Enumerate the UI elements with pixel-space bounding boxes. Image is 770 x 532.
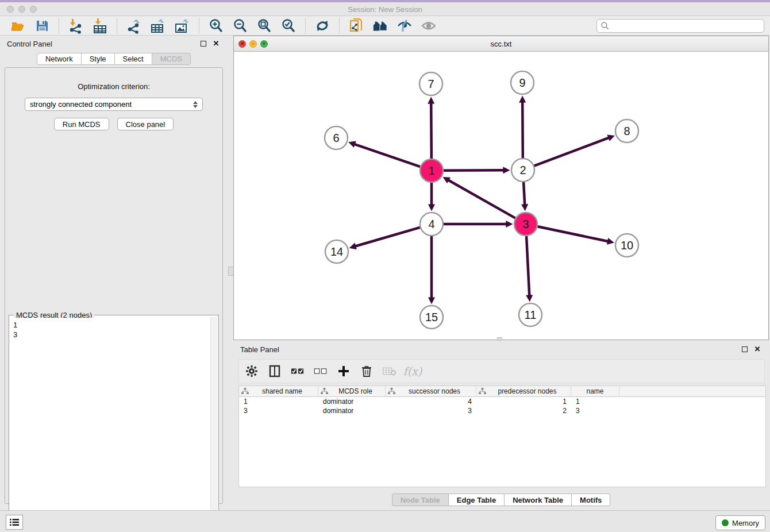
toolbar-separator	[59, 18, 59, 33]
node-label-6: 6	[333, 132, 339, 144]
node-label-15: 15	[425, 311, 438, 323]
tab-select[interactable]: Select	[114, 53, 152, 65]
column-header-name[interactable]: name	[571, 386, 619, 396]
memory-button[interactable]: Memory	[715, 515, 765, 530]
column-header-shared-name[interactable]: shared name	[239, 386, 318, 396]
toolbar-separator	[199, 18, 199, 33]
zoom-in-icon[interactable]	[208, 18, 224, 34]
search-field[interactable]	[596, 19, 764, 33]
show-panel-icon[interactable]	[421, 18, 437, 34]
import-network-icon[interactable]	[68, 18, 84, 34]
network-window-title: scc.txt	[234, 40, 768, 48]
edge-1-6[interactable]	[355, 144, 420, 167]
table-header-row: shared nameMCDS rolesuccessor nodesprede…	[239, 386, 765, 397]
toolbar-separator	[117, 18, 117, 33]
table-cell[interactable]: 3	[239, 407, 318, 415]
edge-2-3[interactable]	[523, 182, 525, 205]
float-panel-icon[interactable]	[199, 39, 208, 48]
table-row[interactable]: 1dominator411	[239, 397, 765, 406]
import-table-icon[interactable]	[92, 18, 108, 34]
zoom-fit-icon[interactable]	[256, 18, 272, 34]
tab-motifs[interactable]: Motifs	[571, 494, 610, 506]
save-session-icon[interactable]	[34, 18, 50, 34]
edge-3-10[interactable]	[538, 226, 608, 241]
network-maximize-icon[interactable]: +	[260, 40, 268, 48]
toolbar-separator	[305, 18, 306, 33]
apply-layout-icon[interactable]	[314, 18, 330, 34]
edge-1-2[interactable]	[444, 170, 503, 171]
float-panel-icon[interactable]	[740, 345, 749, 354]
edge-3-1[interactable]	[449, 180, 515, 218]
control-panel-title: Control Panel	[7, 40, 52, 48]
column-header-MCDS-role[interactable]: MCDS role	[318, 386, 386, 396]
zoom-selected-icon[interactable]	[280, 18, 297, 34]
zoom-out-icon[interactable]	[232, 18, 248, 34]
table-cell[interactable]: 2	[476, 407, 571, 415]
table-row[interactable]: 3dominator323	[239, 406, 765, 415]
close-panel-icon[interactable]: ✕	[211, 39, 221, 48]
column-header-successor-nodes[interactable]: successor nodes	[386, 386, 476, 396]
deselect-all-icon[interactable]	[314, 364, 328, 378]
column-layout-icon[interactable]	[268, 364, 282, 378]
tab-edge-table[interactable]: Edge Table	[448, 494, 504, 506]
select-all-icon[interactable]	[291, 364, 305, 378]
table-cell[interactable]: 1	[239, 398, 318, 406]
edge-4-14[interactable]	[356, 228, 420, 246]
delete-table-icon[interactable]	[383, 364, 396, 378]
search-input[interactable]	[610, 22, 764, 30]
network-window-titlebar[interactable]: ✕ − + scc.txt	[234, 36, 768, 52]
table-cell[interactable]: 3	[386, 407, 476, 415]
tab-style[interactable]: Style	[81, 53, 114, 65]
table-tabs: Node TableEdge TableNetwork TableMotifs	[233, 494, 769, 506]
network-overview-icon[interactable]	[348, 18, 364, 34]
close-panel-button[interactable]: Close panel	[117, 118, 174, 130]
edge-2-8[interactable]	[534, 138, 609, 166]
network-canvas[interactable]: 7968124314101511	[234, 52, 768, 340]
search-icon	[600, 21, 610, 30]
node-label-9: 9	[519, 76, 525, 89]
main-toolbar	[0, 16, 770, 36]
function-builder-icon[interactable]: f(x)	[406, 364, 419, 378]
add-column-icon[interactable]	[337, 364, 351, 378]
edge-1-7[interactable]	[431, 103, 432, 159]
table-cell[interactable]: 1	[571, 398, 619, 406]
tab-node-table[interactable]: Node Table	[392, 494, 448, 506]
node-label-2: 2	[519, 164, 526, 176]
edge-2-9[interactable]	[522, 102, 523, 158]
table-cell[interactable]: 1	[476, 398, 571, 406]
network-graph[interactable]: 7968124314101511	[234, 52, 768, 340]
open-file-icon[interactable]	[10, 18, 26, 34]
table-cell[interactable]: dominator	[318, 407, 386, 415]
task-history-button[interactable]	[6, 515, 23, 530]
panel-splitter[interactable]	[230, 36, 232, 510]
window-title: Session: New Session	[0, 5, 770, 14]
export-network-icon[interactable]	[126, 18, 142, 34]
home-icon[interactable]	[372, 18, 388, 34]
edge-3-11[interactable]	[526, 236, 529, 295]
node-label-14: 14	[330, 245, 343, 258]
close-panel-icon[interactable]: ✕	[753, 345, 762, 354]
run-mcds-button[interactable]: Run MCDS	[54, 118, 109, 130]
table-cell[interactable]: dominator	[318, 398, 386, 406]
node-label-7: 7	[428, 78, 434, 90]
export-image-icon[interactable]	[174, 18, 190, 34]
control-panel-tabs: NetworkStyleSelectMCDS	[0, 53, 228, 65]
network-minimize-icon[interactable]: −	[249, 40, 257, 48]
hide-panel-icon[interactable]	[396, 18, 413, 34]
mcds-result-text[interactable]: 1 3	[10, 318, 210, 532]
result-scrollbar[interactable]	[210, 317, 218, 532]
node-table[interactable]: shared nameMCDS rolesuccessor nodesprede…	[238, 385, 766, 487]
column-header-predecessor-nodes[interactable]: predecessor nodes	[476, 386, 571, 396]
delete-column-icon[interactable]	[360, 364, 374, 378]
table-cell[interactable]: 4	[386, 398, 476, 406]
tab-network[interactable]: Network	[37, 53, 81, 65]
optimization-criterion-select[interactable]: strongly connected component	[25, 98, 203, 111]
network-scroll-grip[interactable]	[497, 337, 502, 341]
settings-gear-icon[interactable]	[245, 364, 259, 378]
tab-network-table[interactable]: Network Table	[504, 494, 571, 506]
tab-mcds[interactable]: MCDS	[152, 53, 191, 65]
network-close-icon[interactable]: ✕	[238, 40, 246, 48]
table-cell[interactable]: 3	[571, 407, 619, 415]
memory-status-icon	[722, 519, 729, 526]
export-table-icon[interactable]	[150, 18, 166, 34]
